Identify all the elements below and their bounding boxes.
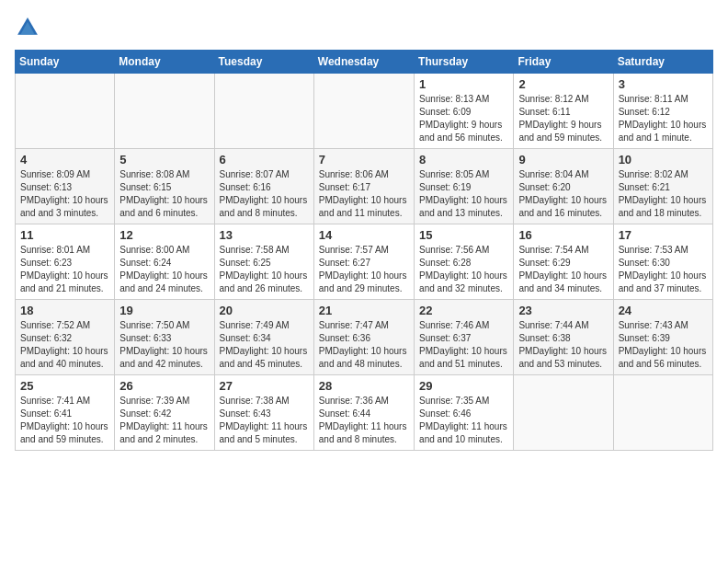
logo (15, 15, 44, 40)
day-number: 12 (119, 228, 209, 242)
day-info: Sunrise: 7:47 AMSunset: 6:36 PMDaylight:… (319, 319, 409, 371)
calendar-cell: 5Sunrise: 8:08 AMSunset: 6:15 PMDaylight… (115, 149, 214, 224)
calendar-cell: 19Sunrise: 7:50 AMSunset: 6:33 PMDayligh… (115, 300, 214, 375)
day-number: 13 (220, 228, 309, 242)
day-info: Sunrise: 7:41 AMSunset: 6:41 PMDaylight:… (20, 395, 109, 446)
day-info: Sunrise: 7:53 AMSunset: 6:30 PMDaylight:… (619, 244, 708, 295)
weekday-header: Sunday (16, 51, 115, 74)
day-number: 16 (518, 228, 608, 242)
calendar-cell (115, 74, 214, 149)
calendar-cell: 24Sunrise: 7:43 AMSunset: 6:39 PMDayligh… (613, 300, 712, 375)
calendar-week-row: 1Sunrise: 8:13 AMSunset: 6:09 PMDaylight… (16, 74, 713, 149)
day-number: 21 (319, 304, 409, 317)
calendar-cell: 16Sunrise: 7:54 AMSunset: 6:29 PMDayligh… (514, 224, 613, 300)
weekday-header: Saturday (613, 51, 712, 74)
day-info: Sunrise: 8:06 AMSunset: 6:17 PMDaylight:… (319, 168, 409, 220)
calendar-cell: 29Sunrise: 7:35 AMSunset: 6:46 PMDayligh… (415, 375, 514, 451)
calendar-cell: 28Sunrise: 7:36 AMSunset: 6:44 PMDayligh… (313, 375, 414, 451)
calendar-cell: 4Sunrise: 8:09 AMSunset: 6:13 PMDaylight… (16, 149, 115, 224)
calendar-cell: 25Sunrise: 7:41 AMSunset: 6:41 PMDayligh… (16, 375, 115, 451)
calendar-cell (613, 375, 712, 451)
day-info: Sunrise: 7:39 AMSunset: 6:42 PMDaylight:… (119, 395, 209, 446)
day-number: 25 (20, 379, 109, 393)
day-info: Sunrise: 7:43 AMSunset: 6:39 PMDaylight:… (619, 319, 708, 371)
day-info: Sunrise: 8:13 AMSunset: 6:09 PMDaylight:… (419, 93, 508, 144)
day-number: 28 (319, 379, 409, 393)
calendar-cell: 27Sunrise: 7:38 AMSunset: 6:43 PMDayligh… (214, 375, 313, 451)
day-number: 5 (119, 153, 209, 167)
calendar-cell: 20Sunrise: 7:49 AMSunset: 6:34 PMDayligh… (214, 300, 313, 375)
calendar-cell: 17Sunrise: 7:53 AMSunset: 6:30 PMDayligh… (613, 224, 712, 300)
day-number: 27 (220, 379, 309, 393)
day-info: Sunrise: 7:58 AMSunset: 6:25 PMDaylight:… (220, 244, 309, 295)
day-info: Sunrise: 8:12 AMSunset: 6:11 PMDaylight:… (518, 93, 608, 144)
weekday-header: Friday (514, 51, 613, 74)
day-number: 11 (20, 228, 109, 242)
weekday-header: Monday (115, 51, 214, 74)
day-info: Sunrise: 8:11 AMSunset: 6:12 PMDaylight:… (619, 93, 708, 144)
calendar-cell: 8Sunrise: 8:05 AMSunset: 6:19 PMDaylight… (415, 149, 514, 224)
day-info: Sunrise: 8:02 AMSunset: 6:21 PMDaylight:… (619, 168, 708, 220)
day-number: 6 (220, 153, 309, 167)
day-info: Sunrise: 8:00 AMSunset: 6:24 PMDaylight:… (119, 244, 209, 295)
day-info: Sunrise: 8:04 AMSunset: 6:20 PMDaylight:… (518, 168, 608, 220)
calendar-week-row: 11Sunrise: 8:01 AMSunset: 6:23 PMDayligh… (16, 224, 713, 300)
day-number: 4 (20, 153, 109, 167)
calendar-cell: 26Sunrise: 7:39 AMSunset: 6:42 PMDayligh… (115, 375, 214, 451)
weekday-header: Tuesday (214, 51, 313, 74)
day-number: 18 (20, 304, 109, 317)
day-number: 22 (419, 304, 508, 317)
calendar-cell: 6Sunrise: 8:07 AMSunset: 6:16 PMDaylight… (214, 149, 313, 224)
calendar-cell: 1Sunrise: 8:13 AMSunset: 6:09 PMDaylight… (415, 74, 514, 149)
day-number: 8 (419, 153, 508, 167)
day-info: Sunrise: 8:08 AMSunset: 6:15 PMDaylight:… (119, 168, 209, 220)
day-number: 9 (518, 153, 608, 167)
calendar-cell: 21Sunrise: 7:47 AMSunset: 6:36 PMDayligh… (313, 300, 414, 375)
calendar-week-row: 4Sunrise: 8:09 AMSunset: 6:13 PMDaylight… (16, 149, 713, 224)
calendar-table: SundayMondayTuesdayWednesdayThursdayFrid… (15, 50, 713, 451)
calendar-cell (514, 375, 613, 451)
day-info: Sunrise: 7:38 AMSunset: 6:43 PMDaylight:… (220, 395, 309, 446)
calendar-cell (313, 74, 414, 149)
calendar-cell: 12Sunrise: 8:00 AMSunset: 6:24 PMDayligh… (115, 224, 214, 300)
day-info: Sunrise: 7:57 AMSunset: 6:27 PMDaylight:… (319, 244, 409, 295)
day-number: 10 (619, 153, 708, 167)
calendar-cell: 14Sunrise: 7:57 AMSunset: 6:27 PMDayligh… (313, 224, 414, 300)
day-number: 17 (619, 228, 708, 242)
weekday-header: Wednesday (313, 51, 414, 74)
logo-icon (15, 15, 40, 40)
calendar-week-row: 18Sunrise: 7:52 AMSunset: 6:32 PMDayligh… (16, 300, 713, 375)
calendar-cell: 7Sunrise: 8:06 AMSunset: 6:17 PMDaylight… (313, 149, 414, 224)
day-number: 2 (518, 77, 608, 91)
day-info: Sunrise: 7:52 AMSunset: 6:32 PMDaylight:… (20, 319, 109, 371)
calendar-week-row: 25Sunrise: 7:41 AMSunset: 6:41 PMDayligh… (16, 375, 713, 451)
calendar-cell: 13Sunrise: 7:58 AMSunset: 6:25 PMDayligh… (214, 224, 313, 300)
calendar-cell: 10Sunrise: 8:02 AMSunset: 6:21 PMDayligh… (613, 149, 712, 224)
calendar-cell: 9Sunrise: 8:04 AMSunset: 6:20 PMDaylight… (514, 149, 613, 224)
page-header (15, 15, 713, 40)
day-info: Sunrise: 8:01 AMSunset: 6:23 PMDaylight:… (20, 244, 109, 295)
day-info: Sunrise: 7:56 AMSunset: 6:28 PMDaylight:… (419, 244, 508, 295)
day-number: 15 (419, 228, 508, 242)
calendar-cell: 11Sunrise: 8:01 AMSunset: 6:23 PMDayligh… (16, 224, 115, 300)
day-number: 19 (119, 304, 209, 317)
calendar-cell: 18Sunrise: 7:52 AMSunset: 6:32 PMDayligh… (16, 300, 115, 375)
calendar-cell: 15Sunrise: 7:56 AMSunset: 6:28 PMDayligh… (415, 224, 514, 300)
day-number: 14 (319, 228, 409, 242)
calendar-cell: 2Sunrise: 8:12 AMSunset: 6:11 PMDaylight… (514, 74, 613, 149)
day-number: 26 (119, 379, 209, 393)
calendar-cell: 22Sunrise: 7:46 AMSunset: 6:37 PMDayligh… (415, 300, 514, 375)
day-info: Sunrise: 7:44 AMSunset: 6:38 PMDaylight:… (518, 319, 608, 371)
day-info: Sunrise: 7:49 AMSunset: 6:34 PMDaylight:… (220, 319, 309, 371)
weekday-header: Thursday (415, 51, 514, 74)
day-number: 3 (619, 77, 708, 91)
calendar-cell (16, 74, 115, 149)
calendar-cell (214, 74, 313, 149)
day-info: Sunrise: 7:50 AMSunset: 6:33 PMDaylight:… (119, 319, 209, 371)
day-number: 1 (419, 77, 508, 91)
day-info: Sunrise: 8:09 AMSunset: 6:13 PMDaylight:… (20, 168, 109, 220)
day-info: Sunrise: 7:54 AMSunset: 6:29 PMDaylight:… (518, 244, 608, 295)
day-info: Sunrise: 8:07 AMSunset: 6:16 PMDaylight:… (220, 168, 309, 220)
day-info: Sunrise: 7:36 AMSunset: 6:44 PMDaylight:… (319, 395, 409, 446)
calendar-cell: 3Sunrise: 8:11 AMSunset: 6:12 PMDaylight… (613, 74, 712, 149)
